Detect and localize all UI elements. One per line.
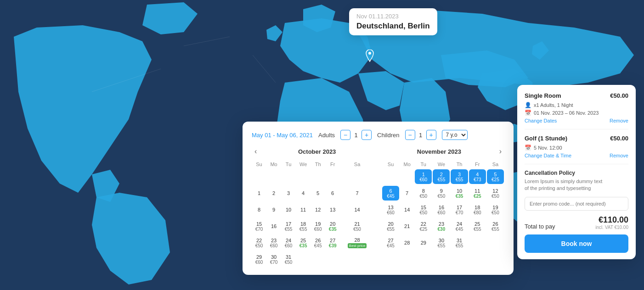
calendar-day[interactable]: 20€55 bbox=[382, 219, 399, 234]
calendar-day[interactable]: 12 bbox=[311, 202, 325, 217]
golf-header: Golf (1 Stunde) €50.00 bbox=[525, 135, 628, 142]
calendar-day[interactable]: 18€55 bbox=[296, 219, 310, 234]
calendar-header: May 01 - May 06, 2021 Adults − 1 + Child… bbox=[252, 130, 504, 140]
promo-code-input[interactable] bbox=[525, 197, 628, 211]
calendar-day[interactable]: 22€50 bbox=[252, 235, 266, 250]
calendar-day[interactable]: 29 bbox=[415, 235, 432, 250]
calendar-day[interactable]: 18€80 bbox=[469, 202, 486, 217]
adults-minus-button[interactable]: − bbox=[340, 130, 350, 140]
calendar-day[interactable]: 21€50 bbox=[340, 219, 374, 234]
calendar-day[interactable]: 31€55 bbox=[451, 235, 468, 250]
calendar-day[interactable]: 6 bbox=[326, 186, 339, 201]
calendar-day[interactable]: 13€60 bbox=[382, 202, 399, 217]
calendar-day[interactable]: 9 bbox=[267, 202, 281, 217]
calendar-day[interactable]: 5€25 bbox=[487, 169, 504, 184]
calendar-day[interactable]: 17€70 bbox=[451, 202, 468, 217]
adults-plus-button[interactable]: + bbox=[362, 130, 372, 140]
calendar-day[interactable]: 19€60 bbox=[311, 219, 325, 234]
calendar-day[interactable]: 15€50 bbox=[415, 202, 432, 217]
calendar-day[interactable]: 22€25 bbox=[415, 219, 432, 234]
calendar-day[interactable]: 11€25 bbox=[469, 186, 486, 201]
total-vat: incl. VAT €10.00 bbox=[595, 225, 628, 230]
calendar-day[interactable]: 11 bbox=[296, 202, 310, 217]
calendar-day[interactable]: 7 bbox=[340, 186, 374, 201]
calendar-day[interactable]: 12€50 bbox=[487, 186, 504, 201]
calendar-day[interactable]: 8 bbox=[252, 202, 266, 217]
prev-month-button[interactable]: ‹ bbox=[252, 146, 260, 156]
calendar-day[interactable]: 29€60 bbox=[252, 252, 266, 267]
change-datetime-link[interactable]: Change Date & Time bbox=[525, 153, 571, 158]
calendar-day[interactable]: 3 bbox=[282, 186, 295, 201]
location-tooltip: Nov 01.11.2023 Deutschland, Berlin bbox=[349, 8, 437, 35]
calendar-day-empty bbox=[340, 169, 374, 184]
october-calendar: ‹ October 2023 SuMoTuWeThFrSa 1234567891… bbox=[252, 146, 374, 268]
calendar-day[interactable]: 25€35 bbox=[296, 235, 310, 250]
calendar-day[interactable]: 23€60 bbox=[267, 235, 281, 250]
calendar-day[interactable]: 16 bbox=[267, 219, 281, 234]
calendar-day[interactable]: 1€60 bbox=[415, 169, 432, 184]
golf-date-text: 5 Nov. 12:00 bbox=[534, 145, 562, 151]
age-select[interactable]: 7 y.o bbox=[442, 130, 468, 140]
change-dates-link[interactable]: Change Dates bbox=[525, 118, 557, 123]
calendar-day-empty bbox=[296, 169, 310, 184]
calendar-day[interactable]: 4€73 bbox=[469, 169, 486, 184]
calendar-day[interactable]: 28Best price bbox=[340, 235, 374, 250]
calendar-day[interactable]: 21 bbox=[400, 219, 414, 234]
calendar-day-empty bbox=[282, 169, 295, 184]
calendar-day[interactable]: 15€70 bbox=[252, 219, 266, 234]
calendar-day[interactable]: 19€50 bbox=[487, 202, 504, 217]
calendar-day[interactable]: 17€55 bbox=[282, 219, 295, 234]
children-minus-button[interactable]: − bbox=[405, 130, 415, 140]
calendar-day[interactable]: 30€55 bbox=[433, 235, 450, 250]
next-month-button[interactable]: › bbox=[497, 146, 504, 156]
calendar-day[interactable]: 23€30 bbox=[433, 219, 450, 234]
calendar-day[interactable]: 5 bbox=[311, 186, 325, 201]
calendar-day[interactable]: 1 bbox=[252, 186, 266, 201]
room-dates-detail: 📅 01 Nov. 2023 – 06 Nov. 2023 bbox=[525, 110, 628, 116]
calendar-day[interactable]: 4 bbox=[296, 186, 310, 201]
calendar-day[interactable]: 27€39 bbox=[326, 235, 339, 250]
calendar-day[interactable]: 2€55 bbox=[433, 169, 450, 184]
calendar-day[interactable]: 3€55 bbox=[451, 169, 468, 184]
calendar-day[interactable]: 10 bbox=[282, 202, 295, 217]
calendar-day[interactable]: 26€55 bbox=[487, 219, 504, 234]
calendar-day[interactable]: 30€70 bbox=[267, 252, 281, 267]
children-label: Children bbox=[377, 132, 399, 139]
total-row: Total to pay €110.00 incl. VAT €10.00 bbox=[525, 215, 628, 230]
calendar-day[interactable]: 10€35 bbox=[451, 186, 468, 201]
calendar-day[interactable]: 25€55 bbox=[469, 219, 486, 234]
calendar-day[interactable]: 6€45 bbox=[382, 186, 399, 201]
november-calendar: November 2023 › SuMoTuWeThFrSa 1€602€553… bbox=[382, 146, 504, 268]
calendar-day[interactable]: 24€60 bbox=[282, 235, 295, 250]
book-now-button[interactable]: Book now bbox=[525, 234, 628, 253]
calendar-day[interactable]: 24€45 bbox=[451, 219, 468, 234]
calendar-day-empty bbox=[311, 169, 325, 184]
room-guests-text: x1 Adults, 1 Night bbox=[534, 102, 573, 108]
calendar-day[interactable]: 13 bbox=[326, 202, 339, 217]
calendar-day[interactable]: 26€45 bbox=[311, 235, 325, 250]
calendar-day-empty bbox=[296, 252, 310, 267]
room-remove-link[interactable]: Remove bbox=[610, 118, 628, 123]
room-title: Single Room bbox=[525, 92, 561, 99]
nov-nav: November 2023 › bbox=[382, 146, 504, 156]
calendar-day-empty bbox=[252, 169, 266, 184]
calendar-day[interactable]: 14 bbox=[400, 202, 414, 217]
adults-stepper: − 1 + bbox=[340, 130, 372, 140]
calendar-day[interactable]: 9€50 bbox=[433, 186, 450, 201]
golf-date-detail: 📅 5 Nov. 12:00 bbox=[525, 145, 628, 151]
children-plus-button[interactable]: + bbox=[426, 130, 436, 140]
calendar-day[interactable]: 28 bbox=[400, 235, 414, 250]
golf-remove-link[interactable]: Remove bbox=[610, 153, 628, 158]
calendar-day[interactable]: 7 bbox=[400, 186, 414, 201]
calendar-day[interactable]: 2 bbox=[267, 186, 281, 201]
calendar-day-empty bbox=[340, 252, 374, 267]
calendar-day-empty bbox=[487, 235, 504, 250]
calendar-day[interactable]: 20€35 bbox=[326, 219, 339, 234]
calendar-day[interactable]: 16€60 bbox=[433, 202, 450, 217]
calendar-day[interactable]: 31€50 bbox=[282, 252, 295, 267]
calendar-day[interactable]: 8€50 bbox=[415, 186, 432, 201]
calendar-day[interactable]: 27€45 bbox=[382, 235, 399, 250]
calendar-day[interactable]: 14 bbox=[340, 202, 374, 217]
calendar-day-empty bbox=[267, 169, 281, 184]
golf-title: Golf (1 Stunde) bbox=[525, 135, 567, 142]
